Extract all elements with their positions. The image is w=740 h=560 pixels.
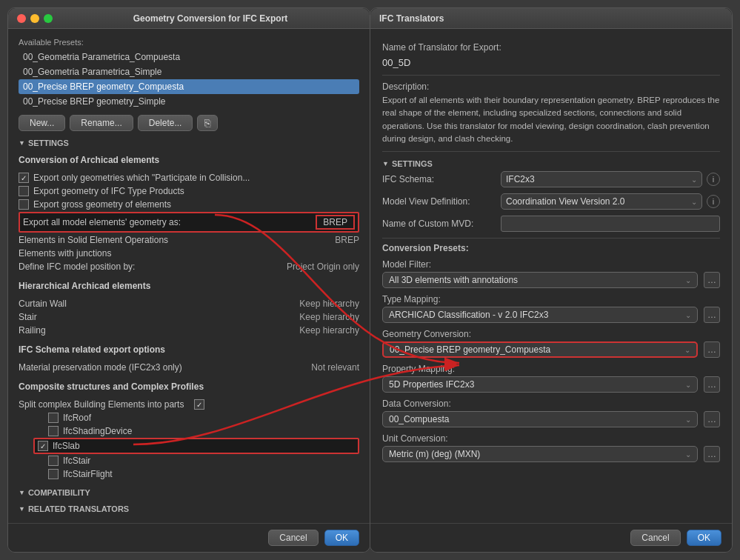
related-translators-header: RELATED TRANSLATORS [19, 504, 359, 513]
hierarchical-header: Hierarchical Archicad elements [19, 281, 359, 293]
left-ok-button[interactable]: OK [324, 530, 359, 546]
export-ifc-checkbox[interactable] [19, 186, 29, 196]
custom-mvd-input[interactable] [501, 216, 720, 232]
name-label: Name of Translator for Export: [382, 42, 720, 53]
property-mapping-dots-button[interactable]: … [704, 376, 720, 393]
split-complex-checkbox[interactable]: ✓ [194, 399, 204, 410]
conversion-header: Conversion of Archicad elements [19, 155, 359, 167]
property-mapping-section: Property Mapping: 5D Properties IFC2x3 ⌄… [382, 364, 720, 393]
export-ifc-label: Export geometry of IFC Type Products [33, 186, 184, 196]
preset-item[interactable]: 00_Precise BREP geometry_Compuesta [19, 79, 359, 94]
data-conversion-chevron-icon: ⌄ [685, 416, 691, 424]
minimize-button[interactable] [30, 14, 39, 23]
model-filter-value: All 3D elements with annotations [389, 275, 518, 285]
left-titlebar: Geometry Conversion for IFC Export [8, 8, 370, 29]
geometry-conversion-section: Geometry Conversion: 00_Precise BREP geo… [382, 329, 720, 358]
material-preservation-row: Material preservation mode (IFC2x3 only)… [19, 361, 359, 374]
property-mapping-label: Property Mapping: [382, 364, 720, 374]
description-text: Export of all elements with their bounda… [382, 94, 720, 145]
right-settings-header: SETTINGS [382, 159, 720, 168]
split-complex-label: Split complex Building Elements into par… [19, 399, 184, 410]
model-filter-label: Model Filter: [382, 259, 720, 270]
unit-conversion-label: Unit Conversion: [382, 433, 720, 444]
ifcslab-checkbox[interactable]: ✓ [38, 441, 48, 451]
data-conversion-label: Data Conversion: [382, 399, 720, 409]
junctions-row: Elements with junctions [19, 247, 359, 260]
preset-item[interactable]: 00_Precise BREP geometry_Simple [19, 94, 359, 109]
model-view-select[interactable]: Coordination View Version 2.0 ⌄ [501, 193, 702, 210]
geometry-conversion-select[interactable]: 00_Precise BREP geometry_Compuesta ⌄ [382, 341, 698, 358]
ifcroof-row: IfcRoof [33, 411, 359, 424]
preset-item[interactable]: 00_Geometria Parametrica_Simple [19, 64, 359, 79]
export-collision-checkbox[interactable]: ✓ [19, 173, 29, 183]
type-mapping-dots-button[interactable]: … [704, 307, 720, 323]
data-conversion-select[interactable]: 00_Compuesta ⌄ [382, 411, 698, 427]
solid-element-label: Elements in Solid Element Operations [19, 235, 168, 245]
ifcshadingdevice-checkbox[interactable] [48, 426, 59, 436]
ifc-schema-select-value: IFC2x3 [506, 174, 535, 184]
ifc-items: IfcRoof IfcShadingDevice ✓ IfcSlab IfcSt… [19, 411, 359, 481]
rename-button[interactable]: Rename... [70, 115, 133, 131]
unit-conversion-dots-button[interactable]: … [704, 446, 720, 462]
divider1 [382, 75, 720, 76]
copy-button[interactable]: ⎘ [197, 115, 218, 131]
ifc-schema-info-button[interactable]: i [707, 173, 720, 186]
left-cancel-button[interactable]: Cancel [268, 530, 318, 546]
delete-button[interactable]: Delete... [138, 115, 193, 131]
solid-element-value: BREP [335, 235, 359, 245]
model-filter-dots-button[interactable]: … [704, 272, 720, 288]
curtain-wall-row: Curtain Wall Keep hierarchy [19, 297, 359, 310]
right-cancel-button[interactable]: Cancel [630, 530, 680, 546]
material-preservation-value: Not relevant [311, 362, 359, 373]
left-dialog-content: Available Presets: 00_Geometria Parametr… [8, 29, 370, 523]
property-mapping-select[interactable]: 5D Properties IFC2x3 ⌄ [382, 376, 698, 393]
divider2 [382, 151, 720, 152]
model-filter-chevron-icon: ⌄ [685, 276, 691, 284]
right-dialog: IFC Translators Name of Translator for E… [370, 7, 733, 553]
maximize-button[interactable] [44, 14, 53, 23]
geometry-conversion-dots-button[interactable]: … [704, 341, 720, 358]
left-dialog: Geometry Conversion for IFC Export Avail… [7, 7, 370, 553]
name-value: 00_5D [382, 55, 720, 70]
unit-conversion-select[interactable]: Metric (m) (deg) (MXN) ⌄ [382, 446, 698, 462]
right-dialog-title: IFC Translators [379, 13, 444, 24]
curtain-wall-value: Keep hierarchy [299, 299, 359, 309]
close-button[interactable] [17, 14, 26, 23]
ifcstairflight-label: IfcStairFlight [63, 469, 113, 479]
ifcslab-label: IfcSlab [53, 441, 80, 451]
model-view-label: Model View Definition: [382, 196, 501, 207]
preset-item[interactable]: 00_Geometria Parametrica_Compuesta [19, 50, 359, 64]
curtain-wall-label: Curtain Wall [19, 299, 67, 309]
left-dialog-title: Geometry Conversion for IFC Export [60, 13, 361, 24]
ifcstair-checkbox[interactable] [48, 456, 59, 466]
model-filter-select[interactable]: All 3D elements with annotations ⌄ [382, 272, 698, 288]
right-titlebar: IFC Translators [370, 8, 732, 29]
stair-row: Stair Keep hierarchy [19, 310, 359, 324]
model-view-select-value: Coordination View Version 2.0 [506, 196, 625, 207]
ifc-schema-chevron-icon: ⌄ [691, 176, 697, 184]
type-mapping-select[interactable]: ARCHICAD Classification - v 2.0 IFC2x3 ⌄ [382, 307, 698, 323]
new-button[interactable]: New... [19, 115, 65, 131]
type-mapping-chevron-icon: ⌄ [685, 311, 691, 319]
traffic-lights [17, 14, 53, 23]
model-view-info-button[interactable]: i [707, 195, 720, 208]
ifcstairflight-checkbox[interactable] [48, 469, 59, 479]
divider3 [382, 238, 720, 239]
data-conversion-value: 00_Compuesta [389, 414, 449, 424]
export-gross-row: Export gross geometry of elements [19, 198, 359, 211]
export-gross-label: Export gross geometry of elements [33, 199, 171, 210]
model-view-row: Model View Definition: Coordination View… [382, 193, 720, 210]
railing-label: Railing [19, 325, 46, 336]
right-ok-button[interactable]: OK [687, 530, 721, 546]
ifc-position-label: Define IFC model position by: [19, 261, 135, 272]
ifcstair-label: IfcStair [63, 456, 90, 466]
ifc-schema-select[interactable]: IFC2x3 ⌄ [501, 171, 702, 187]
stair-value: Keep hierarchy [299, 312, 359, 322]
custom-mvd-label: Name of Custom MVD: [382, 219, 501, 229]
ifc-position-row: Define IFC model position by: Project Or… [19, 260, 359, 273]
ifcroof-checkbox[interactable] [48, 413, 59, 423]
data-conversion-dots-button[interactable]: … [704, 411, 720, 427]
export-gross-checkbox[interactable] [19, 199, 29, 210]
stair-label: Stair [19, 312, 37, 322]
export-collision-row: ✓ Export only geometries which "Particip… [19, 171, 359, 184]
